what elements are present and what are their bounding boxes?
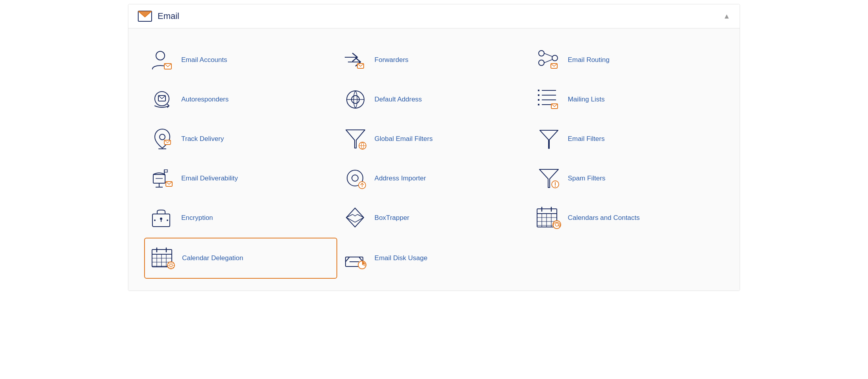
svg-rect-18 <box>538 90 539 91</box>
boxtrapper-item[interactable]: BoxTrapper <box>337 198 530 238</box>
email-accounts-item[interactable]: Email Accounts <box>144 40 337 80</box>
svg-point-2 <box>156 51 165 60</box>
svg-marker-51 <box>346 208 364 227</box>
svg-rect-24 <box>538 104 539 105</box>
calendars-contacts-item[interactable]: Calendars and Contacts <box>531 198 724 238</box>
encryption-icon <box>150 206 174 230</box>
panel-body: Email Accounts Forwarders <box>128 28 740 291</box>
svg-rect-20 <box>538 94 539 96</box>
svg-point-49 <box>154 220 156 221</box>
email-routing-label: Email Routing <box>568 56 610 64</box>
svg-point-7 <box>539 51 544 56</box>
svg-rect-32 <box>153 174 165 183</box>
calendars-contacts-label: Calendars and Contacts <box>568 214 640 222</box>
track-delivery-label: Track Delivery <box>181 135 224 143</box>
calendar-delegation-label: Calendar Delegation <box>182 254 243 262</box>
global-email-filters-label: Global Email Filters <box>374 135 432 143</box>
mailing-lists-icon <box>537 88 561 111</box>
encryption-item[interactable]: Encryption <box>144 198 337 238</box>
autoresponders-label: Autoresponders <box>181 96 229 103</box>
email-filters-icon <box>537 127 561 151</box>
email-filters-label: Email Filters <box>568 135 605 143</box>
forwarders-item[interactable]: Forwarders <box>337 40 530 80</box>
email-accounts-label: Email Accounts <box>181 56 227 64</box>
email-deliverability-label: Email Deliverability <box>181 174 238 182</box>
email-header-icon <box>138 11 152 22</box>
svg-line-10 <box>544 53 552 56</box>
address-importer-icon <box>344 167 367 190</box>
autoresponders-item[interactable]: Autoresponders <box>144 80 337 119</box>
email-disk-usage-item[interactable]: Email Disk Usage <box>337 238 530 279</box>
items-grid: Email Accounts Forwarders <box>144 40 724 279</box>
svg-rect-36 <box>164 170 167 172</box>
default-address-item[interactable]: Default Address <box>337 80 530 119</box>
boxtrapper-icon <box>344 206 367 230</box>
svg-point-40 <box>352 175 358 181</box>
email-panel: Email ▲ Email Accounts <box>128 4 740 291</box>
svg-point-45 <box>554 186 555 187</box>
encryption-label: Encryption <box>181 214 213 222</box>
spam-filters-icon <box>537 167 561 190</box>
global-email-filters-icon <box>344 127 367 151</box>
email-disk-usage-label: Email Disk Usage <box>374 254 427 262</box>
address-importer-label: Address Importer <box>374 174 426 182</box>
svg-point-8 <box>539 60 544 66</box>
svg-line-11 <box>544 60 552 63</box>
email-routing-icon <box>537 48 561 72</box>
spam-filters-item[interactable]: Spam Filters <box>531 159 724 198</box>
forwarders-label: Forwarders <box>374 56 408 64</box>
spam-filters-label: Spam Filters <box>568 174 605 182</box>
collapse-button[interactable]: ▲ <box>723 12 730 21</box>
forwarders-icon <box>344 48 367 72</box>
svg-rect-22 <box>538 99 539 101</box>
default-address-icon <box>344 88 367 111</box>
calendar-delegation-item[interactable]: Calendar Delegation <box>144 238 337 279</box>
svg-point-50 <box>167 220 168 221</box>
autoresponders-icon <box>150 88 174 111</box>
calendar-delegation-icon <box>151 246 175 270</box>
svg-point-9 <box>552 55 558 61</box>
track-delivery-icon <box>150 127 174 151</box>
email-accounts-icon <box>150 48 174 72</box>
panel-title: Email <box>158 11 179 21</box>
default-address-label: Default Address <box>374 96 422 103</box>
calendars-contacts-icon <box>537 206 561 230</box>
global-email-filters-item[interactable]: Global Email Filters <box>337 119 530 159</box>
email-deliverability-icon <box>150 167 174 190</box>
address-importer-item[interactable]: Address Importer <box>337 159 530 198</box>
panel-header: Email ▲ <box>128 4 740 28</box>
email-deliverability-item[interactable]: Email Deliverability <box>144 159 337 198</box>
email-filters-item[interactable]: Email Filters <box>531 119 724 159</box>
svg-point-47 <box>160 218 162 220</box>
email-disk-usage-icon <box>344 246 367 270</box>
mailing-lists-label: Mailing Lists <box>568 96 605 103</box>
svg-point-27 <box>160 134 165 140</box>
header-left: Email <box>138 11 179 22</box>
mailing-lists-item[interactable]: Mailing Lists <box>531 80 724 119</box>
track-delivery-item[interactable]: Track Delivery <box>144 119 337 159</box>
boxtrapper-label: BoxTrapper <box>374 214 409 222</box>
email-routing-item[interactable]: Email Routing <box>531 40 724 80</box>
